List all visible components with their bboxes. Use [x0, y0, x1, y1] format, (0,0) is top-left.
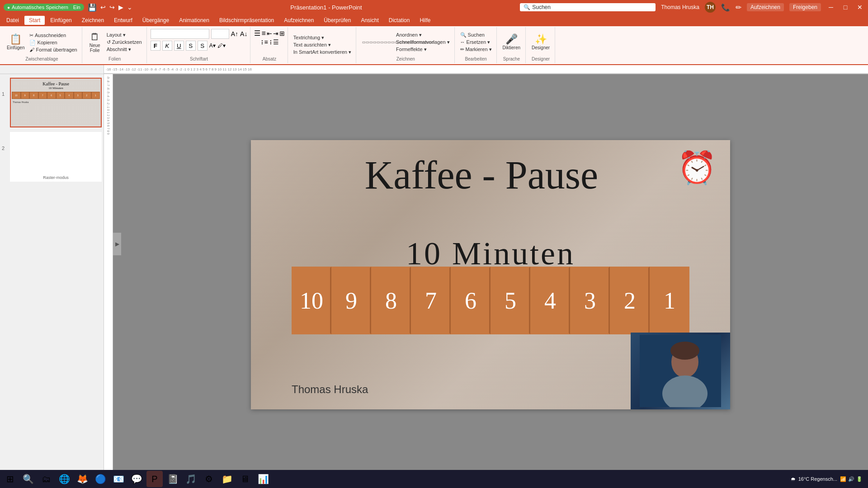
layout-btn[interactable]: Layout ▾ [105, 32, 144, 38]
menu-einfuegen[interactable]: Einfügen [46, 16, 76, 25]
slide-canvas[interactable]: ⏰ Kaffee - Pause 10 Minuten 10 9 8 7 6 5… [251, 140, 730, 409]
timer-box-1[interactable]: 1 [650, 267, 689, 334]
menu-ueberpruefen[interactable]: Überprüfen [319, 16, 355, 25]
app1-button[interactable]: 🖥 [237, 471, 253, 487]
start-button[interactable]: ⊞ [2, 471, 18, 487]
more-icon[interactable]: ⌄ [127, 4, 132, 11]
redo-icon[interactable]: ↪ [109, 4, 115, 11]
section-btn[interactable]: Abschnitt ▾ [105, 46, 144, 53]
menu-uebergaenge[interactable]: Übergänge [138, 16, 174, 25]
bullet-list-btn[interactable]: ☰ [254, 29, 260, 38]
task-view-button[interactable]: 🗂 [38, 471, 54, 487]
pen-icon[interactable]: ✏ [736, 3, 741, 12]
slide-preview-1[interactable]: Kaffee - Pause 10 Minuten 10 9 8 7 6 5 4… [10, 78, 102, 127]
app2-button[interactable]: 📊 [255, 471, 271, 487]
reset-btn[interactable]: ↺ Zurücksetzen [105, 39, 144, 46]
indent-more-btn[interactable]: ⇥ [273, 29, 278, 38]
timer-box-6[interactable]: 6 [451, 267, 491, 334]
menu-hilfe[interactable]: Hilfe [415, 16, 435, 25]
spotify-button[interactable]: 🎵 [183, 471, 199, 487]
timer-box-10[interactable]: 10 [292, 267, 331, 334]
bold-btn[interactable]: F [151, 41, 160, 51]
present-icon[interactable]: ▶ [118, 4, 123, 11]
maximize-button[interactable]: □ [841, 3, 850, 12]
format-btn[interactable]: 🖌 Format übertragen [28, 47, 79, 53]
slide-thumb-2[interactable]: 2 Raster-modus [2, 132, 102, 182]
designer-btn[interactable]: ✨ Designer [529, 33, 552, 52]
shadow-btn[interactable]: S [198, 41, 208, 51]
timer-box-8[interactable]: 8 [371, 267, 411, 334]
text-cols-btn[interactable]: ⊞ [279, 29, 285, 38]
timer-box-4[interactable]: 4 [530, 267, 570, 334]
onenote-button[interactable]: 📓 [165, 471, 181, 487]
phone-icon[interactable]: 📞 [721, 3, 730, 12]
menu-bildschirmpraesentaion[interactable]: Bildschirmpräsentation [215, 16, 278, 25]
align-left-btn[interactable]: ⫶ [260, 38, 264, 46]
menu-aufzeichnen[interactable]: Aufzeichnen [279, 16, 318, 25]
close-button[interactable]: ✕ [855, 3, 864, 12]
outlook-button[interactable]: 📧 [110, 471, 127, 487]
timer-box-3[interactable]: 3 [570, 267, 610, 334]
diktieren-btn[interactable]: 🎤 Diktieren [500, 33, 523, 52]
textausrichten-btn[interactable]: Text ausrichten ▾ [292, 42, 353, 48]
numbered-list-btn[interactable]: ≡ [261, 29, 265, 38]
undo-icon[interactable]: ↩ [100, 4, 106, 11]
justify-btn[interactable]: ☰ [273, 38, 279, 46]
save-icon[interactable]: 💾 [88, 3, 97, 12]
markieren-btn[interactable]: ✏ Markieren ▾ [458, 46, 494, 53]
edge-button[interactable]: 🌐 [56, 471, 72, 487]
teams-button[interactable]: 💬 [128, 471, 145, 487]
menu-dictation[interactable]: Dictation [384, 16, 415, 25]
search-taskbar-button[interactable]: 🔍 [20, 471, 36, 487]
slide-thumb-1[interactable]: 1 Kaffee - Pause 10 Minuten 10 9 8 7 6 5 [2, 78, 102, 127]
align-right-btn[interactable]: ⫶ [269, 38, 272, 46]
firefox-button[interactable]: 🦊 [74, 471, 90, 487]
settings-button[interactable]: ⚙ [201, 471, 217, 487]
timer-box-7[interactable]: 7 [411, 267, 451, 334]
menu-ansicht[interactable]: Ansicht [356, 16, 383, 25]
shapes-btn[interactable]: ▭▭▭▭▭▭▭▭▭▭▭▭▭▭▭▭▭▭▭▭ [360, 39, 393, 46]
font-color-btn[interactable]: A▾ [209, 42, 216, 49]
indent-less-btn[interactable]: ⇤ [267, 29, 272, 38]
timer-box-9[interactable]: 9 [331, 267, 371, 334]
minimize-button[interactable]: ─ [826, 3, 835, 12]
textrichting-btn[interactable]: Textrichtung ▾ [292, 34, 353, 41]
battery-icon[interactable]: 🔋 [856, 476, 863, 482]
volume-icon[interactable]: 🔊 [848, 476, 854, 482]
record-button[interactable]: Aufzeichnen [747, 3, 784, 11]
suchen-btn[interactable]: 🔍 Suchen [458, 32, 494, 38]
schnellformatvorlagen-btn[interactable]: Schnellformatvorlagen ▾ [394, 39, 452, 46]
copy-btn[interactable]: 📄 Kopieren [28, 39, 79, 46]
cut-btn[interactable]: ✂ Ausschneiden [28, 32, 79, 39]
font-size-input[interactable] [211, 29, 229, 39]
slide-preview-2[interactable]: Raster-modus [10, 132, 102, 182]
new-slide-btn[interactable]: 🗒 NeueFolie [86, 31, 104, 54]
menu-animationen[interactable]: Animationen [175, 16, 214, 25]
menu-start[interactable]: Start [24, 16, 45, 25]
underline-btn[interactable]: U [174, 41, 184, 51]
smartart-btn[interactable]: In SmartArt konvertieren ▾ [292, 49, 353, 56]
autosave-toggle[interactable]: Automatisches Speichern Ein [4, 4, 84, 11]
timer-box-5[interactable]: 5 [491, 267, 530, 334]
strikethrough-btn[interactable]: S [186, 41, 196, 51]
wifi-icon[interactable]: 📶 [840, 476, 846, 482]
anordnen-btn[interactable]: Anordnen ▾ [394, 32, 452, 38]
share-button[interactable]: Freigeben [789, 3, 821, 11]
font-family-input[interactable] [151, 29, 209, 39]
slide-nav-arrow[interactable]: ▶ [113, 233, 121, 255]
menu-entwurf[interactable]: Entwurf [109, 16, 137, 25]
menu-zeichnen[interactable]: Zeichnen [77, 16, 108, 25]
search-bar[interactable]: 🔍 Suchen [520, 3, 656, 11]
explorer-button[interactable]: 📁 [219, 471, 235, 487]
chrome-button[interactable]: 🔵 [92, 471, 108, 487]
formeffekte-btn[interactable]: Formeffekte ▾ [394, 46, 452, 53]
font-decrease-btn[interactable]: A↓ [240, 29, 247, 39]
menu-datei[interactable]: Datei [2, 16, 24, 25]
italic-btn[interactable]: K [162, 41, 172, 51]
highlight-btn[interactable]: 🖊▾ [217, 42, 226, 49]
align-center-btn[interactable]: ≡ [264, 38, 268, 46]
timer-box-2[interactable]: 2 [610, 267, 650, 334]
font-increase-btn[interactable]: A↑ [231, 29, 238, 39]
ersetzen-btn[interactable]: ↔ Ersetzen ▾ [458, 39, 494, 46]
powerpoint-taskbar-button[interactable]: P [146, 471, 163, 487]
